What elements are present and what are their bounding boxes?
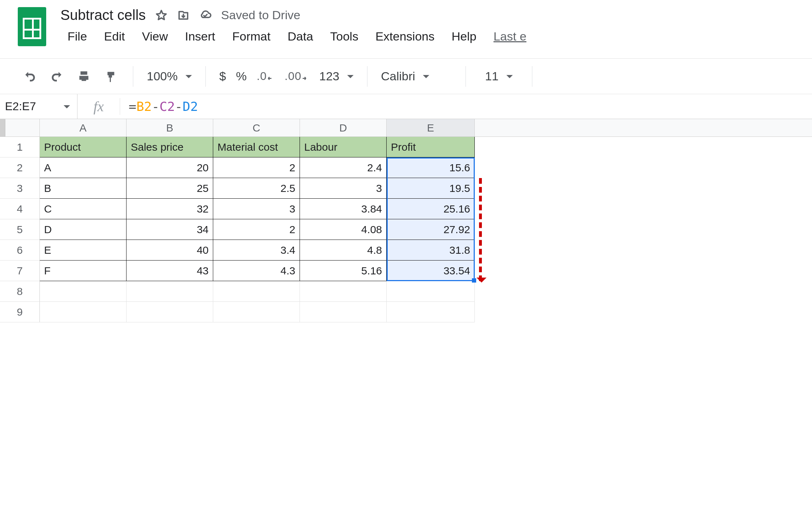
cell-a6[interactable]: E [40,240,127,261]
name-box[interactable]: E2:E7 [0,94,77,119]
fill-drag-arrow-icon [479,178,482,281]
cell-b9[interactable] [127,302,213,322]
col-header-b[interactable]: B [127,119,213,136]
cell-d4[interactable]: 3.84 [300,199,387,219]
col-header-c[interactable]: C [213,119,300,136]
saved-status: Saved to Drive [221,8,300,22]
increase-decimal-button[interactable]: .00 [285,68,309,85]
menu-edit[interactable]: Edit [97,27,132,45]
spreadsheet-grid[interactable]: 1 2 3 4 5 6 7 8 9 A B C D E Product Sale… [0,119,812,322]
title-bar: Subtract cells Saved to Drive File Edit … [0,0,812,59]
cell-e9[interactable] [387,302,475,322]
row-header[interactable]: 8 [0,281,40,302]
cloud-saved-icon[interactable] [199,9,212,22]
cell-d3[interactable]: 3 [300,178,387,199]
cell-d6[interactable]: 4.8 [300,240,387,261]
cell-b5[interactable]: 34 [127,219,213,240]
format-currency-button[interactable]: $ [219,69,226,83]
formula-input[interactable]: =B2-C2-D2 [120,99,198,114]
cell-d2[interactable]: 2.4 [300,157,387,178]
menu-data[interactable]: Data [280,27,320,45]
menu-extensions[interactable]: Extensions [368,27,441,45]
menu-view[interactable]: View [135,27,175,45]
cell-a7[interactable]: F [40,261,127,281]
cell-e3[interactable]: 19.5 [387,178,475,199]
cell-a2[interactable]: A [40,157,127,178]
format-percent-button[interactable]: % [236,69,247,83]
col-header-d[interactable]: D [300,119,387,136]
cell-c6[interactable]: 3.4 [213,240,300,261]
cell-e8[interactable] [387,281,475,302]
row-header[interactable]: 4 [0,199,40,219]
menu-bar: File Edit View Insert Format Data Tools … [60,27,812,45]
fx-icon: fx [77,98,120,115]
font-dropdown[interactable]: Calibri [381,69,452,83]
cell-e1[interactable]: Profit [387,137,475,157]
cell-c3[interactable]: 2.5 [213,178,300,199]
cell-e7[interactable]: 33.54 [387,261,475,281]
decrease-decimal-button[interactable]: .0 [257,68,275,85]
cell-e6[interactable]: 31.8 [387,240,475,261]
cell-b1[interactable]: Sales price [127,137,213,157]
cell-b2[interactable]: 20 [127,157,213,178]
cell-b4[interactable]: 32 [127,199,213,219]
cell-a8[interactable] [40,281,127,302]
formula-bar: E2:E7 fx =B2-C2-D2 [0,94,812,119]
cell-e5[interactable]: 27.92 [387,219,475,240]
row-header[interactable]: 2 [0,157,40,178]
move-icon[interactable] [177,9,190,22]
cell-c1[interactable]: Material cost [213,137,300,157]
menu-tools[interactable]: Tools [323,27,365,45]
cell-c2[interactable]: 2 [213,157,300,178]
redo-button[interactable] [48,68,65,85]
font-size-dropdown[interactable]: 11 [479,69,518,83]
print-button[interactable] [75,68,92,85]
undo-button[interactable] [21,68,38,85]
cell-e2[interactable]: 15.6 [387,157,475,178]
cell-c9[interactable] [213,302,300,322]
cell-b3[interactable]: 25 [127,178,213,199]
cell-d9[interactable] [300,302,387,322]
row-header[interactable]: 1 [0,137,40,157]
paint-format-button[interactable] [102,68,119,85]
menu-format[interactable]: Format [225,27,278,45]
select-all-corner[interactable] [0,119,40,137]
cell-d8[interactable] [300,281,387,302]
row-header[interactable]: 6 [0,240,40,261]
cell-a3[interactable]: B [40,178,127,199]
zoom-dropdown[interactable]: 100% [147,69,192,83]
more-formats-dropdown[interactable]: 123 [319,69,354,83]
cell-c7[interactable]: 4.3 [213,261,300,281]
cell-c8[interactable] [213,281,300,302]
document-name[interactable]: Subtract cells [60,7,146,23]
menu-file[interactable]: File [60,27,94,45]
cell-c5[interactable]: 2 [213,219,300,240]
cell-b6[interactable]: 40 [127,240,213,261]
cell-a4[interactable]: C [40,199,127,219]
last-edit-link[interactable]: Last e [486,27,534,45]
row-header[interactable]: 7 [0,261,40,281]
cell-d1[interactable]: Labour [300,137,387,157]
cell-a9[interactable] [40,302,127,322]
star-icon[interactable] [155,9,168,22]
row-header[interactable]: 9 [0,302,40,322]
cell-d7[interactable]: 5.16 [300,261,387,281]
row-header[interactable]: 5 [0,219,40,240]
cell-b7[interactable]: 43 [127,261,213,281]
toolbar: 100% $ % .0 .00 123 Calibri 11 [0,59,812,94]
cell-d5[interactable]: 4.08 [300,219,387,240]
col-header-e[interactable]: E [387,119,475,136]
menu-insert[interactable]: Insert [178,27,222,45]
cell-b8[interactable] [127,281,213,302]
cell-e4[interactable]: 25.16 [387,199,475,219]
cell-c4[interactable]: 3 [213,199,300,219]
cell-a5[interactable]: D [40,219,127,240]
cell-a1[interactable]: Product [40,137,127,157]
menu-help[interactable]: Help [445,27,484,45]
sheets-logo-icon[interactable] [18,7,46,46]
row-header[interactable]: 3 [0,178,40,199]
col-header-a[interactable]: A [40,119,127,136]
